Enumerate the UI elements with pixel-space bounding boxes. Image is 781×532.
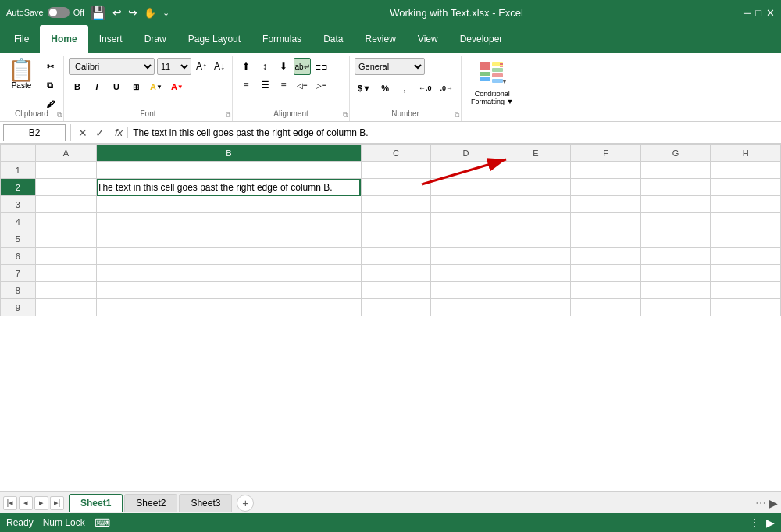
percent-button[interactable]: % <box>376 80 394 97</box>
scroll-right-arrow[interactable]: ▶ <box>766 516 775 529</box>
tab-data[interactable]: Data <box>312 25 354 53</box>
cut-button[interactable]: ✂ <box>41 58 59 75</box>
cell-D3[interactable] <box>431 196 501 213</box>
row-header-6[interactable]: 6 <box>1 248 36 265</box>
align-center-button[interactable]: ☰ <box>256 77 273 94</box>
border-button[interactable]: ⊞ <box>127 78 144 95</box>
tab-review[interactable]: Review <box>354 25 406 53</box>
align-bottom-button[interactable]: ⬇ <box>275 58 292 75</box>
font-shrink-button[interactable]: A↓ <box>212 59 227 74</box>
cell-G2[interactable] <box>640 179 711 196</box>
wrap-text-button[interactable]: ab↵ <box>294 58 311 75</box>
tab-developer[interactable]: Developer <box>449 25 514 53</box>
cell-F6[interactable] <box>571 248 641 265</box>
col-header-b[interactable]: B <box>97 145 362 162</box>
cell-C4[interactable] <box>361 213 431 230</box>
redo-icon[interactable]: ↪ <box>128 6 137 19</box>
font-size-select[interactable]: 11 <box>157 58 191 75</box>
row-header-8[interactable]: 8 <box>1 282 36 299</box>
cell-D1[interactable] <box>431 162 501 179</box>
scroll-right-button[interactable]: ▶ <box>769 497 778 509</box>
cell-E5[interactable] <box>501 230 571 248</box>
currency-button[interactable]: $▼ <box>355 80 374 97</box>
number-expand-icon[interactable]: ⧉ <box>455 111 459 120</box>
copy-button[interactable]: ⧉ <box>41 77 59 94</box>
cell-D5[interactable] <box>431 230 501 248</box>
number-format-select[interactable]: General Number Currency Percentage Text <box>355 58 425 75</box>
cell-D6[interactable] <box>431 248 501 265</box>
cell-F5[interactable] <box>571 230 641 248</box>
formula-input[interactable] <box>128 124 781 141</box>
cell-H3[interactable] <box>711 196 781 213</box>
cell-G4[interactable] <box>640 213 711 230</box>
tab-page-layout[interactable]: Page Layout <box>177 25 251 53</box>
bold-button[interactable]: B <box>69 78 86 95</box>
sheet-nav-first[interactable]: |◂ <box>3 496 17 510</box>
col-header-h[interactable]: H <box>711 145 781 162</box>
cell-E6[interactable] <box>501 248 571 265</box>
row-header-5[interactable]: 5 <box>1 230 36 248</box>
cell-A6[interactable] <box>35 248 96 265</box>
cell-B7[interactable] <box>97 265 362 282</box>
cell-B8[interactable] <box>97 282 362 299</box>
cell-A5[interactable] <box>35 230 96 248</box>
font-color-button[interactable]: A▼ <box>168 78 187 95</box>
cell-A7[interactable] <box>35 265 96 282</box>
cell-E1[interactable] <box>501 162 571 179</box>
cell-H7[interactable] <box>711 265 781 282</box>
align-top-button[interactable]: ⬆ <box>237 58 255 75</box>
cell-H4[interactable] <box>711 213 781 230</box>
cell-C7[interactable] <box>361 265 431 282</box>
cell-F9[interactable] <box>571 299 641 316</box>
sheet-tab-sheet1[interactable]: Sheet1 <box>69 494 123 512</box>
cell-F7[interactable] <box>571 265 641 282</box>
decrease-indent-button[interactable]: ◁≡ <box>294 77 311 94</box>
cell-B5[interactable] <box>97 230 362 248</box>
align-middle-button[interactable]: ↕ <box>256 58 273 75</box>
cell-H1[interactable] <box>711 162 781 179</box>
col-header-g[interactable]: G <box>640 145 711 162</box>
cell-D4[interactable] <box>431 213 501 230</box>
cell-C6[interactable] <box>361 248 431 265</box>
grid-scroll[interactable]: A B C D E F G H 12The text in this cell … <box>0 144 781 491</box>
cell-A3[interactable] <box>35 196 96 213</box>
cell-G6[interactable] <box>640 248 711 265</box>
increase-indent-button[interactable]: ▷≡ <box>312 77 330 94</box>
comma-button[interactable]: , <box>396 80 413 97</box>
col-header-c[interactable]: C <box>361 145 431 162</box>
row-header-1[interactable]: 1 <box>1 162 36 179</box>
save-icon[interactable]: 💾 <box>91 5 106 20</box>
alignment-expand-icon[interactable]: ⧉ <box>343 111 348 120</box>
cell-F4[interactable] <box>571 213 641 230</box>
col-header-d[interactable]: D <box>431 145 501 162</box>
close-icon[interactable]: ✕ <box>766 7 775 19</box>
col-header-a[interactable]: A <box>35 145 96 162</box>
cell-A1[interactable] <box>35 162 96 179</box>
undo-icon[interactable]: ↩ <box>112 6 122 19</box>
row-header-3[interactable]: 3 <box>1 196 36 213</box>
cell-A4[interactable] <box>35 213 96 230</box>
conditional-formatting-button[interactable]: ▼ ConditionalFormatting ▼ <box>466 58 518 109</box>
sheet-tab-sheet2[interactable]: Sheet2 <box>124 494 177 512</box>
name-box[interactable] <box>3 124 66 141</box>
autosave-toggle[interactable] <box>48 7 70 18</box>
col-header-f[interactable]: F <box>571 145 641 162</box>
cell-F2[interactable] <box>571 179 641 196</box>
cell-E7[interactable] <box>501 265 571 282</box>
cell-E8[interactable] <box>501 282 571 299</box>
increase-decimal-button[interactable]: .0→ <box>437 80 457 97</box>
cell-H6[interactable] <box>711 248 781 265</box>
cell-B9[interactable] <box>97 299 362 316</box>
autosave-control[interactable]: AutoSave Off <box>6 7 84 18</box>
cell-G1[interactable] <box>640 162 711 179</box>
cell-G3[interactable] <box>640 196 711 213</box>
cell-C9[interactable] <box>361 299 431 316</box>
cancel-formula-button[interactable]: ✕ <box>76 126 90 140</box>
cell-F8[interactable] <box>571 282 641 299</box>
cell-E9[interactable] <box>501 299 571 316</box>
add-sheet-button[interactable]: + <box>237 495 254 512</box>
sheet-tab-sheet3[interactable]: Sheet3 <box>179 494 232 512</box>
cell-A9[interactable] <box>35 299 96 316</box>
tab-view[interactable]: View <box>407 25 449 53</box>
cell-B2[interactable]: The text in this cell goes past the righ… <box>97 179 362 196</box>
